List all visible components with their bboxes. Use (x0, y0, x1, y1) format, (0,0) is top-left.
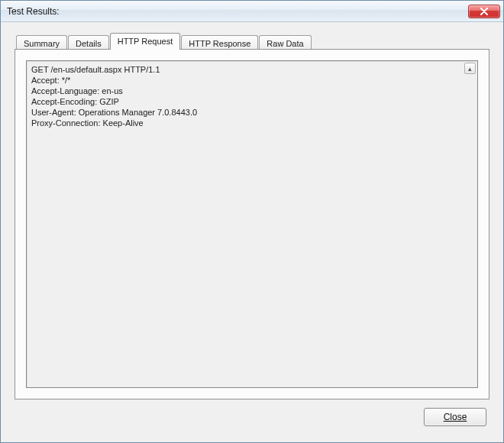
window: Test Results: Summary Details HTTP Reque… (0, 0, 504, 443)
http-request-text: GET /en-us/default.aspx HTTP/1.1 Accept:… (27, 61, 477, 387)
tab-http-request[interactable]: HTTP Request (110, 33, 181, 50)
http-request-pane[interactable]: GET /en-us/default.aspx HTTP/1.1 Accept:… (26, 60, 478, 388)
close-button[interactable]: Close (424, 408, 486, 426)
client-area: Summary Details HTTP Request HTTP Respon… (1, 22, 503, 442)
tab-raw-data[interactable]: Raw Data (259, 35, 311, 50)
titlebar: Test Results: (1, 1, 503, 22)
chevron-up-icon: ▴ (468, 65, 472, 73)
footer: Close (15, 399, 489, 435)
close-icon (480, 8, 489, 15)
tab-content: GET /en-us/default.aspx HTTP/1.1 Accept:… (15, 49, 489, 399)
tab-strip: Summary Details HTTP Request HTTP Respon… (15, 33, 489, 50)
tab-details[interactable]: Details (68, 35, 109, 50)
tab-summary[interactable]: Summary (16, 35, 67, 50)
scroll-up-button[interactable]: ▴ (464, 63, 476, 74)
tab-http-response[interactable]: HTTP Response (181, 35, 258, 50)
window-title: Test Results: (7, 6, 468, 17)
window-close-button[interactable] (468, 5, 500, 18)
